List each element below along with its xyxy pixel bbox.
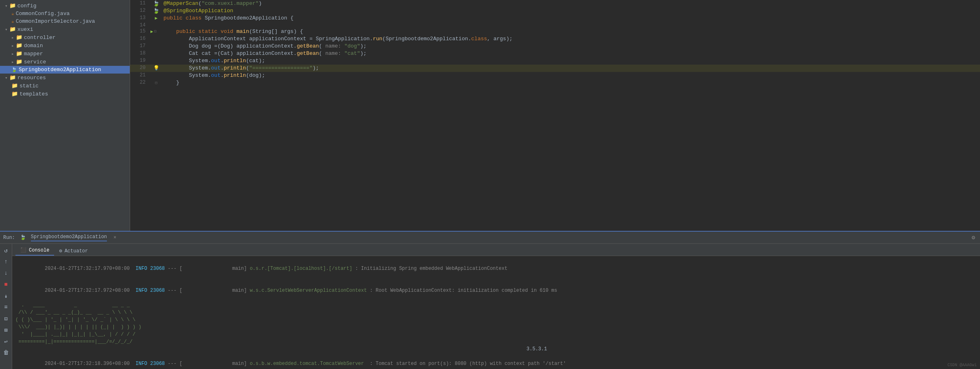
sidebar-item-mapper[interactable]: ▸ 📁 mapper (0, 50, 130, 58)
file-label: CommonImportSelector.java (16, 18, 95, 24)
sidebar-item-springapp[interactable]: 🍃 Springbootdemo2Application (0, 66, 130, 74)
code-line-20: 20 💡 System.out.println("===============… (130, 65, 980, 72)
folder-icon: 📁 (11, 82, 18, 89)
pin-button[interactable]: ↩ (1, 336, 11, 346)
scroll-up-button[interactable]: ↑ (1, 257, 11, 267)
tab-console[interactable]: ⬛ Console (15, 245, 54, 256)
code-line-17: 17 Dog dog =(Dog) applicationContext.get… (130, 43, 980, 50)
line-gutter (150, 43, 162, 50)
console-icon: ⬛ (20, 247, 26, 253)
line-code: Dog dog =(Dog) applicationContext.getBea… (162, 43, 980, 50)
leaf-icon: 🍃 (153, 8, 159, 14)
spring-icon: 🍃 (11, 67, 17, 72)
fold-end-icon: ⊟ (155, 81, 157, 85)
sidebar-item-config[interactable]: ▾ 📁 config (0, 2, 130, 10)
line-number: 18 (130, 50, 150, 57)
spring-banner: =========|_|==============|___/=/_/_/_/ (15, 338, 977, 345)
line-number: 12 (130, 7, 150, 15)
folder-label: controller (24, 35, 56, 41)
stop-button[interactable]: ■ (1, 280, 11, 289)
log-line: 2024-01-27T17:32:18.396+08:00 INFO 23068… (15, 353, 977, 369)
line-number: 13 (130, 15, 150, 22)
screenshot-button[interactable]: ⊡ (1, 314, 11, 323)
file-label: CommonConfig.java (16, 11, 70, 17)
folder-icon: 📁 (9, 74, 16, 81)
line-gutter[interactable]: ▶⊟ (150, 28, 162, 34)
code-line-19: 19 System.out.println(cat); (130, 57, 980, 65)
spring-banner: /\\ / ___'_ __ _ _(_)_ __ __ _ \ \ \ \ (15, 309, 977, 316)
rerun-button[interactable]: ↺ (1, 245, 11, 255)
sidebar-item-service[interactable]: ▸ 📁 service (0, 58, 130, 66)
lamp-icon[interactable]: 💡 (153, 65, 159, 71)
folder-icon: 📁 (16, 42, 22, 49)
arrow-icon: ▸ (11, 43, 14, 48)
sidebar-item-domain[interactable]: ▸ 📁 domain (0, 41, 130, 50)
line-code: public static void main(String[] args) { (162, 28, 980, 35)
folder-label: mapper (24, 51, 43, 57)
code-line-21: 21 System.out.println(dog); (130, 72, 980, 79)
soft-wrap-button[interactable]: ≡ (1, 302, 11, 312)
line-gutter[interactable]: ⊟ (150, 79, 162, 87)
scroll-down-button[interactable]: ↓ (1, 268, 11, 278)
run-app-icon: 🍃 (20, 234, 26, 241)
clear-button[interactable]: 🗑 (1, 348, 11, 358)
line-gutter (150, 50, 162, 57)
tab-label: Console (29, 247, 49, 253)
line-number: 22 (130, 79, 150, 87)
folder-label: resources (17, 75, 46, 81)
watermark: CSDN @AAAGwi (947, 363, 977, 367)
line-gutter: 🍃 (150, 7, 162, 15)
line-code: Cat cat =(Cat) applicationContext.getBea… (162, 50, 980, 57)
sidebar-item-controller[interactable]: ▸ 📁 controller (0, 33, 130, 41)
line-number: 17 (130, 43, 150, 50)
line-code: @SpringBootApplication (162, 7, 980, 15)
code-line-18: 18 Cat cat =(Cat) applicationContext.get… (130, 50, 980, 57)
leaf-icon: 🍃 (153, 1, 159, 7)
line-code: System.out.println(dog); (162, 72, 980, 79)
arrow-icon: ▸ (11, 51, 14, 56)
line-code: System.out.println(cat); (162, 57, 980, 65)
run-close-icon[interactable]: × (113, 235, 116, 241)
sidebar-item-xuexi[interactable]: ▾ 📁 xuexi (0, 25, 130, 33)
folder-icon: 📁 (9, 2, 16, 9)
folder-icon: 📁 (11, 91, 18, 97)
java-file-icon: ☕ (11, 11, 14, 16)
log-line: 2024-01-27T17:32:17.970+08:00 INFO 23068… (15, 258, 977, 280)
folder-label: service (24, 59, 46, 65)
code-line-13: 13 ▶ public class Springbootdemo2Applica… (130, 15, 980, 22)
run-icon[interactable]: ▶ (150, 29, 153, 34)
bottom-run-area: ↺ ↑ ↓ ■ ↡ ≡ ⊡ ⊞ ↩ 🗑 ⬛ Console ⚙ Actuator (0, 244, 980, 369)
sidebar-item-commonimport[interactable]: ☕ CommonImportSelector.java (0, 17, 130, 25)
line-number: 11 (130, 0, 150, 7)
actuator-icon: ⚙ (59, 248, 62, 254)
layout-button[interactable]: ⊞ (1, 325, 11, 335)
sidebar-item-templates[interactable]: 📁 templates (0, 90, 130, 98)
folder-icon: 📁 (16, 34, 22, 41)
gear-icon[interactable]: ⚙ (972, 234, 975, 241)
run-app-name: Springbootdemo2Application (31, 234, 107, 241)
spring-banner: ( ( )\___ | '_ | '_| | '_ \/ _` | \ \ \ … (15, 316, 977, 323)
run-icon[interactable]: ▶ (155, 16, 158, 21)
sidebar-item-resources[interactable]: ▾ 📁 resources (0, 74, 130, 82)
line-code (162, 22, 980, 28)
tab-actuator[interactable]: ⚙ Actuator (54, 246, 93, 256)
folder-icon: 📁 (16, 50, 22, 57)
line-gutter (150, 72, 162, 79)
folder-label: templates (20, 91, 48, 97)
fold-icon[interactable]: ⊟ (154, 29, 157, 34)
run-toolbar: ↺ ↑ ↓ ■ ↡ ≡ ⊡ ⊞ ↩ 🗑 (0, 244, 12, 369)
java-file-icon: ☕ (11, 19, 14, 24)
spring-banner: . ____ _ __ _ _ (15, 302, 977, 309)
code-editor: 11 🍃 @MapperScan("com.xuexi.mapper") 12 … (130, 0, 980, 231)
arrow-icon: ▾ (5, 75, 8, 80)
line-code: } (162, 79, 980, 87)
arrow-icon: ▾ (5, 27, 8, 32)
sidebar-item-commonconfig[interactable]: ☕ CommonConfig.java (0, 10, 130, 17)
folder-icon: 📁 (9, 26, 16, 33)
sidebar-item-static[interactable]: 📁 static (0, 82, 130, 90)
spring-version: 3.5.3.1 (15, 345, 977, 353)
line-gutter (150, 57, 162, 65)
line-gutter: 💡 (150, 65, 162, 72)
line-gutter[interactable]: ▶ (150, 15, 162, 22)
scroll-end-button[interactable]: ↡ (1, 291, 11, 301)
